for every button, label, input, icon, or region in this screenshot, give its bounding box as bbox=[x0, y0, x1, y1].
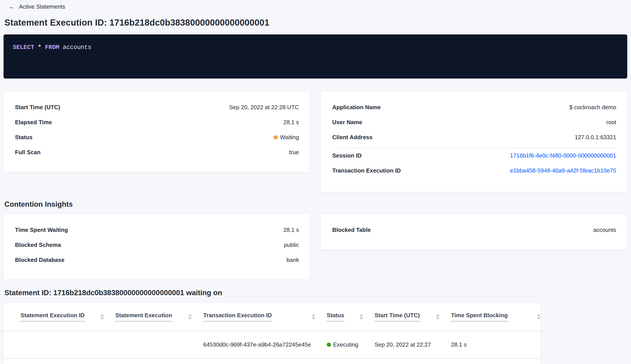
cell-transaction-execution-id: 64530d0c-969f-437e-a9b4-26a72245e45e bbox=[203, 341, 327, 348]
sql-table-name: accounts bbox=[63, 44, 92, 51]
back-link-label[interactable]: Active Statements bbox=[19, 3, 65, 10]
blocked-table-row: Blocked Table accounts bbox=[332, 222, 616, 237]
time-spent-waiting-value: 28.1 s bbox=[283, 226, 299, 234]
full-scan-label: Full Scan bbox=[15, 149, 40, 156]
time-spent-waiting-row: Time Spent Waiting 28.1 s bbox=[15, 222, 299, 237]
application-name-value: $ cockroach demo bbox=[570, 104, 616, 111]
blocked-database-label: Blocked Database bbox=[15, 256, 64, 264]
column-header-statement-execution[interactable]: Statement Execution bbox=[116, 312, 204, 322]
session-id-link[interactable]: 1716b1f6-4e0c-f480-0000-000000000001 bbox=[510, 152, 616, 159]
contention-details-card: Time Spent Waiting 28.1 s Blocked Schema… bbox=[4, 214, 310, 280]
executing-status-dot-icon bbox=[327, 342, 331, 347]
overview-cards-row: Start Time (UTC) Sep 20, 2022 at 22:28 U… bbox=[4, 91, 627, 192]
table-row: 64530d0c-969f-437e-a9b4-26a72245e45e Exe… bbox=[4, 331, 540, 359]
sql-statement: SELECT * FROM accounts bbox=[13, 44, 618, 51]
start-time-value: Sep 20, 2022 at 22:28 UTC bbox=[229, 104, 299, 111]
column-header-status[interactable]: Status bbox=[327, 312, 375, 322]
contention-cards-row: Time Spent Waiting 28.1 s Blocked Schema… bbox=[4, 214, 627, 280]
waiting-status-dot-icon bbox=[274, 135, 278, 140]
sort-arrows-icon[interactable] bbox=[100, 314, 104, 320]
application-name-row: Application Name $ cockroach demo bbox=[332, 100, 616, 115]
blocked-table-label: Blocked Table bbox=[332, 226, 371, 234]
back-link[interactable]: ← Active Statements bbox=[8, 2, 627, 11]
application-name-label: Application Name bbox=[332, 104, 381, 111]
waiting-on-table: Statement Execution ID Statement Executi… bbox=[4, 303, 540, 364]
elapsed-time-label: Elapsed Time bbox=[15, 119, 52, 126]
status-label: Status bbox=[15, 134, 32, 141]
blocked-database-value: bank bbox=[286, 256, 299, 264]
transaction-execution-id-link[interactable]: e1bba458-5948-40a9-a42f-5feac1b10e75 bbox=[510, 167, 616, 174]
full-scan-row: Full Scan true bbox=[15, 145, 299, 160]
blocked-table-card: Blocked Table accounts bbox=[321, 214, 627, 250]
arrow-left-icon: ← bbox=[8, 3, 15, 10]
cell-status-text: Executing bbox=[333, 341, 358, 348]
blocked-schema-label: Blocked Schema bbox=[15, 242, 61, 248]
page-title: Statement Execution ID: 1716b218dc0b3838… bbox=[4, 18, 627, 28]
waiting-on-table-header: Statement Execution ID Statement Executi… bbox=[4, 303, 540, 331]
client-address-row: Client Address 127.0.0.1:63321 bbox=[332, 130, 616, 145]
sql-statement-box: SELECT * FROM accounts bbox=[4, 34, 627, 78]
transaction-execution-id-row: Transaction Execution ID e1bba458-5948-4… bbox=[332, 163, 616, 178]
full-scan-value: true bbox=[289, 149, 299, 156]
cell-status: Executing bbox=[327, 341, 375, 348]
blocked-table-value: accounts bbox=[593, 226, 616, 234]
client-address-label: Client Address bbox=[332, 134, 373, 141]
sql-keyword: SELECT bbox=[13, 44, 34, 51]
session-id-label: Session ID bbox=[332, 152, 362, 159]
sort-arrows-icon[interactable] bbox=[360, 314, 363, 320]
waiting-on-heading: Statement ID: 1716b218dc0b38380000000000… bbox=[4, 288, 627, 297]
user-name-row: User Name root bbox=[332, 115, 616, 130]
execution-details-card: Start Time (UTC) Sep 20, 2022 at 22:28 U… bbox=[4, 91, 310, 172]
user-name-label: User Name bbox=[332, 119, 362, 126]
client-address-value: 127.0.0.1:63321 bbox=[575, 134, 616, 141]
sort-arrows-icon[interactable] bbox=[537, 314, 540, 320]
status-row: Status Waiting bbox=[15, 130, 299, 145]
sort-arrows-icon[interactable] bbox=[312, 314, 315, 320]
blocked-schema-value: public bbox=[284, 242, 299, 248]
transaction-execution-id-label: Transaction Execution ID bbox=[332, 167, 401, 174]
start-time-label: Start Time (UTC) bbox=[15, 104, 60, 111]
session-id-row: Session ID 1716b1f6-4e0c-f480-0000-00000… bbox=[332, 148, 616, 163]
sort-arrows-icon[interactable] bbox=[436, 314, 440, 320]
cell-start-time: Sep 20, 2022 at 22:27 bbox=[375, 341, 451, 348]
sql-star: * bbox=[38, 44, 41, 51]
column-header-time-spent-blocking[interactable]: Time Spent Blocking bbox=[451, 312, 540, 322]
column-header-transaction-execution-id[interactable]: Transaction Execution ID bbox=[203, 312, 327, 322]
column-header-start-time[interactable]: Start Time (UTC) bbox=[375, 312, 451, 322]
contention-insights-heading: Contention Insights bbox=[4, 200, 627, 208]
cell-time-spent-blocking: 28.1 s bbox=[451, 341, 540, 348]
session-details-card: Application Name $ cockroach demo User N… bbox=[321, 91, 627, 192]
statement-execution-page: ← Active Statements Statement Execution … bbox=[0, 0, 631, 364]
sql-keyword: FROM bbox=[45, 44, 59, 51]
blocked-schema-row: Blocked Schema public bbox=[15, 237, 299, 252]
status-value: Waiting bbox=[274, 134, 299, 141]
sort-arrows-icon[interactable] bbox=[188, 314, 192, 320]
status-text: Waiting bbox=[280, 134, 299, 141]
start-time-row: Start Time (UTC) Sep 20, 2022 at 22:28 U… bbox=[15, 100, 299, 115]
time-spent-waiting-label: Time Spent Waiting bbox=[15, 226, 68, 234]
blocked-database-row: Blocked Database bank bbox=[15, 252, 299, 267]
elapsed-time-row: Elapsed Time 28.1 s bbox=[15, 115, 299, 130]
column-header-statement-execution-id[interactable]: Statement Execution ID bbox=[20, 312, 116, 322]
user-name-value: root bbox=[606, 119, 616, 126]
elapsed-time-value: 28.1 s bbox=[283, 119, 299, 126]
